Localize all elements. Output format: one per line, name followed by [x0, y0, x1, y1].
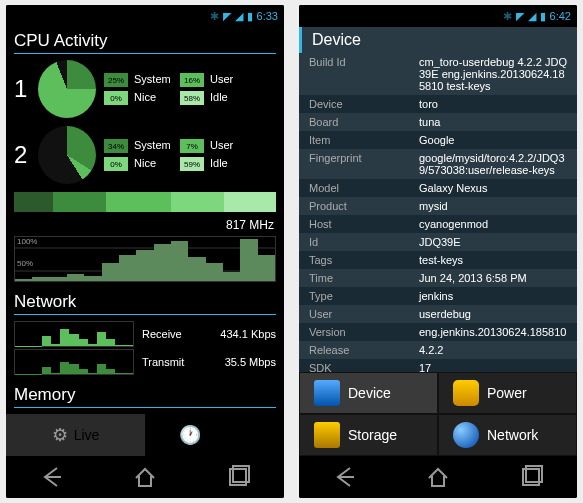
table-row: Productmysid: [299, 197, 577, 215]
device-button[interactable]: Device: [299, 372, 438, 414]
row-key: Board: [309, 116, 419, 128]
divider: [14, 314, 276, 315]
network-button[interactable]: Network: [438, 414, 577, 456]
recent-button[interactable]: [225, 464, 251, 490]
tab-live[interactable]: ⚙ Live: [6, 414, 145, 456]
storage-button[interactable]: Storage: [299, 414, 438, 456]
network-title: Network: [6, 288, 284, 314]
content: CPU Activity 125%System16%User0%Nice58%I…: [6, 27, 284, 456]
device-section-title: Device: [299, 27, 577, 53]
table-row: Build Idcm_toro-userdebug 4.2.2 JDQ39E e…: [299, 53, 577, 95]
row-key: Version: [309, 326, 419, 338]
row-value: cm_toro-userdebug 4.2.2 JDQ39E eng.jenki…: [419, 56, 567, 92]
table-row: Typejenkins: [299, 287, 577, 305]
bluetooth-icon: ✱: [503, 10, 512, 23]
tab-history[interactable]: 🕐 History: [145, 414, 284, 456]
clock: 6:42: [550, 10, 571, 22]
row-value: 17: [419, 362, 567, 372]
table-row: Tagstest-keys: [299, 251, 577, 269]
battery-icon: ▮: [540, 10, 546, 23]
row-value: userdebug: [419, 308, 567, 320]
table-row: ModelGalaxy Nexus: [299, 179, 577, 197]
row-value: tuna: [419, 116, 567, 128]
power-button[interactable]: Power: [438, 372, 577, 414]
cpu-freq-value: 817 MHz: [6, 218, 284, 236]
transmit-value: 35.5 Mbps: [225, 356, 276, 368]
back-button[interactable]: [332, 464, 358, 490]
cpu-legend: 25%System16%User0%Nice58%Idle: [104, 73, 250, 105]
back-button[interactable]: [39, 464, 65, 490]
cpu-history-chart: 100% 50%: [14, 236, 276, 282]
clock: 6:33: [257, 10, 278, 22]
content: Device Build Idcm_toro-userdebug 4.2.2 J…: [299, 27, 577, 372]
battery-icon: ▮: [247, 10, 253, 23]
nav-bar: [6, 456, 284, 498]
category-grid: Device Power Storage Network: [299, 372, 577, 456]
table-row: Useruserdebug: [299, 305, 577, 323]
row-value: toro: [419, 98, 567, 110]
row-value: jenkins: [419, 290, 567, 302]
row-value: 4.2.2: [419, 344, 567, 356]
phone-left: ✱ ◤ ◢ ▮ 6:33 CPU Activity 125%System16%U…: [6, 5, 284, 498]
row-value: cyanogenmod: [419, 218, 567, 230]
table-row: Fingerprintgoogle/mysid/toro:4.2.2/JDQ39…: [299, 149, 577, 179]
memory-title: Memory: [6, 381, 284, 407]
row-value: eng.jenkins.20130624.185810: [419, 326, 567, 338]
wifi-icon: ◤: [223, 10, 231, 23]
table-row: TimeJun 24, 2013 6:58 PM: [299, 269, 577, 287]
row-key: Time: [309, 272, 419, 284]
cpu-core-row: 234%System7%User0%Nice59%Idle: [6, 126, 284, 192]
signal-icon: ◢: [528, 10, 536, 23]
cpu-pie-chart: [38, 126, 96, 184]
row-value: Google: [419, 134, 567, 146]
nav-bar: [299, 456, 577, 498]
row-value: test-keys: [419, 254, 567, 266]
table-row: Devicetoro: [299, 95, 577, 113]
core-number: 1: [14, 75, 30, 103]
cpu-pie-chart: [38, 60, 96, 118]
table-row: Boardtuna: [299, 113, 577, 131]
row-key: User: [309, 308, 419, 320]
row-key: Item: [309, 134, 419, 146]
row-value: Jun 24, 2013 6:58 PM: [419, 272, 567, 284]
row-value: JDQ39E: [419, 236, 567, 248]
home-button[interactable]: [132, 464, 158, 490]
row-key: Release: [309, 344, 419, 356]
status-bar: ✱ ◤ ◢ ▮ 6:42: [299, 5, 577, 27]
row-key: Model: [309, 182, 419, 194]
wifi-icon: ◤: [516, 10, 524, 23]
core-number: 2: [14, 141, 30, 169]
divider: [14, 407, 276, 408]
status-bar: ✱ ◤ ◢ ▮ 6:33: [6, 5, 284, 27]
phone-right: ✱ ◤ ◢ ▮ 6:42 Device Build Idcm_toro-user…: [299, 5, 577, 498]
signal-icon: ◢: [235, 10, 243, 23]
row-key: Type: [309, 290, 419, 302]
row-key: Host: [309, 218, 419, 230]
row-key: Id: [309, 236, 419, 248]
row-key: SDK: [309, 362, 419, 372]
table-row: IdJDQ39E: [299, 233, 577, 251]
table-row: Versioneng.jenkins.20130624.185810: [299, 323, 577, 341]
recent-button[interactable]: [518, 464, 544, 490]
clock-icon: 🕐: [179, 424, 201, 446]
divider: [14, 53, 276, 54]
tab-bar: ⚙ Live 🕐 History: [6, 414, 284, 456]
storage-icon: [314, 422, 340, 448]
table-row: SDK17: [299, 359, 577, 372]
receive-label: Receive: [142, 328, 212, 340]
row-value: google/mysid/toro:4.2.2/JDQ39/573038:use…: [419, 152, 567, 176]
battery-icon: [453, 380, 479, 406]
cpu-freq-bar: [14, 192, 276, 212]
row-key: Build Id: [309, 56, 419, 92]
device-icon: [314, 380, 340, 406]
bluetooth-icon: ✱: [210, 10, 219, 23]
receive-chart: [14, 321, 134, 347]
home-button[interactable]: [425, 464, 451, 490]
cpu-activity-title: CPU Activity: [6, 27, 284, 53]
table-row: Hostcyanogenmod: [299, 215, 577, 233]
table-row: Release4.2.2: [299, 341, 577, 359]
gear-icon: ⚙: [52, 424, 68, 446]
row-value: mysid: [419, 200, 567, 212]
transmit-chart: [14, 349, 134, 375]
row-key: Product: [309, 200, 419, 212]
